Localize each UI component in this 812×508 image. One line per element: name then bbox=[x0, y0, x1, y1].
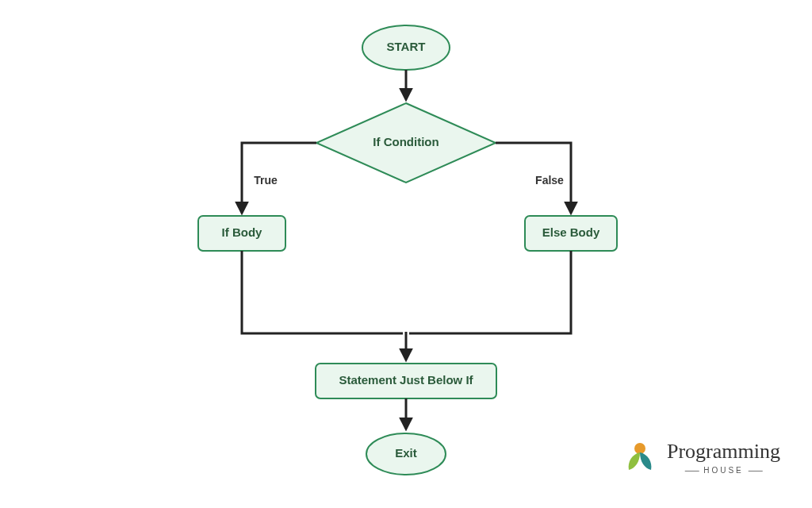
node-else-body-label: Else Body bbox=[542, 225, 600, 239]
edge-false-label: False bbox=[535, 174, 564, 187]
node-condition-label: If Condition bbox=[373, 135, 439, 148]
node-if-body: If Body bbox=[198, 216, 285, 251]
brand-logo: Programming HOUSE bbox=[621, 438, 780, 476]
brand-title: Programming bbox=[667, 440, 780, 463]
edge-ifbody-merge bbox=[242, 251, 403, 333]
node-exit: Exit bbox=[366, 433, 446, 475]
edge-true-label: True bbox=[254, 174, 278, 187]
brand-logo-text: Programming HOUSE bbox=[667, 440, 780, 475]
node-start: START bbox=[362, 25, 450, 70]
node-if-body-label: If Body bbox=[222, 225, 262, 239]
flowchart-canvas: START If Condition True False If Body El… bbox=[0, 0, 812, 508]
svg-point-6 bbox=[634, 443, 645, 454]
node-else-body: Else Body bbox=[525, 216, 617, 251]
edge-true bbox=[242, 143, 316, 213]
node-below-label: Statement Just Below If bbox=[339, 373, 473, 387]
brand-logo-icon bbox=[621, 438, 659, 476]
node-condition: If Condition bbox=[316, 103, 496, 183]
node-below: Statement Just Below If bbox=[316, 364, 496, 398]
node-exit-label: Exit bbox=[395, 446, 417, 460]
node-start-label: START bbox=[387, 40, 426, 53]
edge-elsebody-merge bbox=[409, 251, 571, 333]
brand-subtitle: HOUSE bbox=[680, 466, 768, 475]
